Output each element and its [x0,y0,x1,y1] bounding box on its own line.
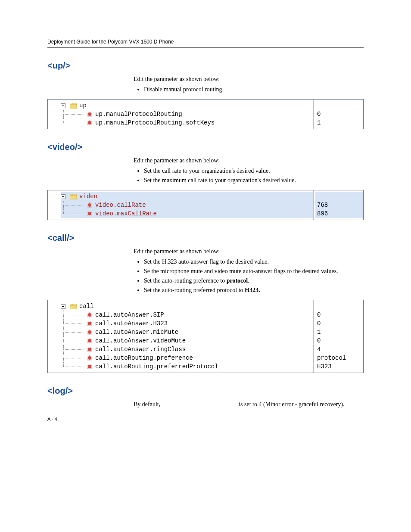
attribute-icon [87,120,93,126]
tree-attr-label: video.callRate [95,201,146,209]
list-item: Set the H.323 auto-answer flag to the de… [144,258,364,265]
tree-value[interactable]: 1 [315,118,363,127]
tree-root-row[interactable]: video [61,192,313,201]
section-up-bullets: Disable manual protocol routing. [134,86,364,93]
text: Set the auto-routing preference to [144,277,227,284]
tree-value[interactable]: 4 [315,345,363,354]
attribute-icon [87,202,93,208]
tree-attr-label: video.maxCallRate [95,209,157,218]
tree-attr-label: call.autoAnswer.videoMute [95,336,186,345]
tree-root-label: call [79,302,94,311]
tree-value[interactable]: 1 [315,328,363,336]
tree-attr-label: call.autoAnswer.ringClass [95,345,186,354]
attribute-icon [87,355,93,361]
svg-point-5 [88,322,91,325]
tree-value[interactable]: 0 [315,311,363,319]
svg-point-1 [88,121,91,124]
attribute-icon [87,312,93,318]
list-item: Set the maximum call rate to your organi… [144,177,364,184]
svg-point-9 [88,356,91,360]
tree-attr-label: call.autoRouting.preferredProtocol [95,362,218,371]
list-item: Disable manual protocol routing. [144,86,364,93]
tree-attr-row[interactable]: call.autoAnswer.SIP [61,311,313,319]
attribute-icon [87,346,93,352]
svg-point-3 [88,212,91,215]
tree-attr-label: call.autoRouting.preference [95,354,193,362]
text: Set the auto-routing preferred protocol … [144,287,245,293]
tree-box-up: up up.manualProtocolRouting up.manualPro… [47,99,364,129]
section-video-intro: Edit the parameter as shown below: [134,157,364,164]
page-header: Deployment Guide for the Polycom VVX 150… [47,39,364,48]
tree-attr-label: call.autoAnswer.micMute [95,328,178,336]
tree-root-label: up [79,101,87,110]
bold-text: H323. [245,287,260,293]
tree-attr-row[interactable]: video.maxCallRate [61,209,313,218]
page-number: A - 4 [47,417,364,422]
attribute-icon [87,338,93,344]
tree-root-row[interactable]: call [61,302,313,311]
svg-point-6 [88,330,91,334]
expand-icon[interactable] [61,304,65,309]
text: . [248,277,249,284]
tree-attr-row[interactable]: call.autoRouting.preferredProtocol [61,362,313,371]
section-heading-log: <log/> [47,386,364,396]
section-heading-call: <call/> [47,233,364,243]
tree-value[interactable]: 768 [315,201,363,209]
tree-attr-label: call.autoAnswer.SIP [95,311,164,319]
folder-icon [70,103,77,109]
tree-value[interactable]: 896 [315,209,363,218]
tree-attr-label: up.manualProtocolRouting.softKeys [95,118,215,127]
attribute-icon [87,211,93,217]
section-heading-up: <up/> [47,61,364,71]
svg-point-4 [88,313,91,317]
svg-point-8 [88,348,91,351]
tree-value[interactable]: protocol [315,354,363,362]
expand-icon[interactable] [61,103,65,108]
tree-attr-row[interactable]: call.autoAnswer.ringClass [61,345,313,354]
folder-icon [70,304,77,309]
tree-value[interactable]: H323 [315,362,363,371]
tree-attr-row[interactable]: call.autoAnswer.H323 [61,319,313,328]
attribute-icon [87,320,93,327]
svg-point-7 [88,339,91,342]
attribute-icon [87,329,93,335]
svg-point-2 [88,203,91,207]
section-log-text: By default, is set to 4 (Minor error - g… [134,401,364,408]
attribute-icon [87,111,93,117]
tree-root-row[interactable]: up [61,101,313,110]
tree-box-call: call call.autoAnswer.SIP call.autoAnswer… [47,300,364,373]
tree-box-video: video video.callRate video.maxCallRate 7… [47,190,364,220]
svg-point-0 [88,112,91,116]
tree-value[interactable]: 0 [315,110,363,118]
tree-attr-row[interactable]: call.autoAnswer.videoMute [61,336,313,345]
tree-value[interactable]: 0 [315,319,363,328]
tree-attr-label: up.manualProtocolRouting [95,110,182,118]
list-item: Se the microphone mute and video mute au… [144,268,364,275]
tree-attr-row[interactable]: call.autoAnswer.micMute [61,328,313,336]
section-video-bullets: Set the call rate to your organization's… [134,168,364,184]
tree-value[interactable]: 0 [315,336,363,345]
tree-root-label: video [79,192,97,201]
tree-attr-row[interactable]: up.manualProtocolRouting [61,110,313,118]
svg-point-10 [88,365,91,368]
expand-icon[interactable] [61,194,65,199]
tree-attr-label: call.autoAnswer.H323 [95,319,168,328]
attribute-icon [87,364,93,370]
folder-icon [70,194,77,199]
list-item: Set the auto-routing preferred protocol … [144,287,364,294]
section-call-bullets: Set the H.323 auto-answer flag to the de… [134,258,364,294]
section-up-intro: Edit the parameter as shown below: [134,76,364,83]
list-item: Set the auto-routing preference to proto… [144,277,364,284]
section-heading-video: <video/> [47,142,364,152]
section-call-intro: Edit the parameter as shown below: [134,248,364,255]
tree-attr-row[interactable]: call.autoRouting.preference [61,354,313,362]
tree-attr-row[interactable]: video.callRate [61,201,313,209]
bold-text: protocol [227,277,248,284]
list-item: Set the call rate to your organization's… [144,168,364,174]
tree-attr-row[interactable]: up.manualProtocolRouting.softKeys [61,118,313,127]
